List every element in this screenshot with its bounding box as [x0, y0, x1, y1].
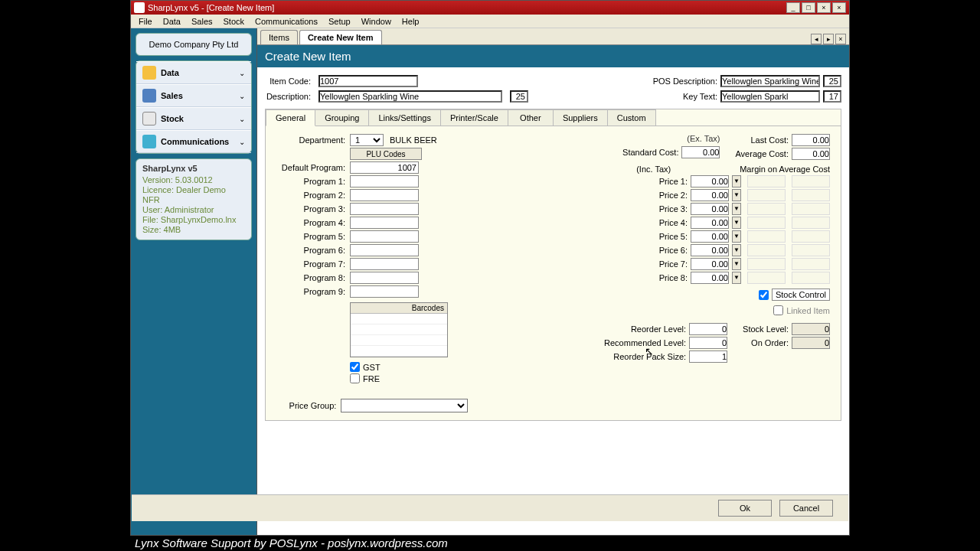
program1-field[interactable]: [350, 175, 419, 187]
document-tabs: Items Create New Item ◂ ▸ ×: [257, 28, 849, 45]
price2-drop-icon[interactable]: ▼: [732, 189, 741, 201]
department-name: BULK BEER: [390, 135, 437, 145]
margin-header: Margin on Average Cost: [740, 165, 830, 174]
sidebar: Demo Company Pty Ltd Data⌄ Sales⌄ Stock⌄: [131, 28, 256, 535]
price8-drop-icon[interactable]: ▼: [732, 272, 741, 284]
fre-checkbox[interactable]: [350, 373, 360, 383]
key-text-count: [823, 90, 841, 103]
sidebar-item-data[interactable]: Data⌄: [136, 61, 251, 84]
chevron-down-icon: ⌄: [239, 138, 245, 146]
on-order-field: [792, 337, 830, 349]
price8-field[interactable]: [691, 272, 729, 284]
info-file: File: SharpLynxDemo.lnx: [142, 215, 245, 225]
tab-suppliers[interactable]: Suppliers: [553, 109, 608, 126]
price4-drop-icon[interactable]: ▼: [732, 217, 741, 229]
menu-window[interactable]: Window: [357, 15, 396, 28]
menu-help[interactable]: Help: [397, 15, 424, 28]
price4-field[interactable]: [691, 217, 729, 229]
tab-close-icon[interactable]: ×: [835, 34, 846, 44]
price3-field[interactable]: [691, 203, 729, 215]
program3-field[interactable]: [350, 203, 419, 215]
info-licence: Licence: Dealer Demo NFR: [142, 185, 245, 205]
program5-field[interactable]: [350, 230, 419, 243]
window-title: SharpLynx v5 - [Create New Item]: [148, 3, 274, 12]
label-description: Description:: [265, 92, 311, 101]
default-program-field[interactable]: [350, 161, 419, 174]
tab-items[interactable]: Items: [260, 30, 298, 44]
sidebar-item-stock[interactable]: Stock⌄: [136, 107, 251, 130]
close-window-button[interactable]: ×: [817, 2, 831, 13]
tab-prev-icon[interactable]: ◂: [811, 34, 822, 44]
description-count: [510, 90, 528, 103]
price5-field[interactable]: [691, 230, 729, 243]
menu-setup[interactable]: Setup: [324, 15, 355, 28]
ok-button[interactable]: Ok: [718, 500, 772, 517]
reorder-pack-field[interactable]: [689, 350, 727, 363]
price-group-select[interactable]: [341, 399, 468, 412]
last-cost-field[interactable]: [792, 134, 830, 146]
price1-field[interactable]: [691, 175, 729, 187]
price1-drop-icon[interactable]: ▼: [732, 175, 741, 187]
program9-field[interactable]: [350, 285, 419, 298]
key-text-field[interactable]: [720, 90, 820, 103]
sidebar-item-communications[interactable]: Communications⌄: [136, 130, 251, 153]
menu-communications[interactable]: Communications: [250, 15, 322, 28]
description-field[interactable]: [318, 90, 502, 103]
close-child-button[interactable]: ×: [832, 2, 846, 13]
label-default-program: Default Program:: [276, 163, 345, 172]
price7-drop-icon[interactable]: ▼: [732, 258, 741, 270]
maximize-button[interactable]: □: [802, 2, 815, 13]
department-select[interactable]: 1: [350, 134, 384, 146]
app-icon: [134, 2, 145, 13]
tab-other[interactable]: Other: [508, 109, 554, 126]
program2-field[interactable]: [350, 189, 419, 201]
price6-field[interactable]: [691, 244, 729, 256]
price6-drop-icon[interactable]: ▼: [732, 244, 741, 256]
recommended-level-field[interactable]: [689, 337, 727, 349]
standard-cost-field[interactable]: [681, 146, 720, 158]
stock-control-label: Stock Control: [772, 289, 830, 301]
program7-field[interactable]: [350, 258, 419, 270]
program6-field[interactable]: [350, 244, 419, 256]
menu-sales[interactable]: Sales: [187, 15, 217, 28]
gst-checkbox[interactable]: [350, 362, 360, 372]
barcodes-list[interactable]: Barcodes: [350, 302, 448, 357]
price5-drop-icon[interactable]: ▼: [732, 230, 741, 243]
info-version: Version: 5.03.0012: [142, 175, 245, 185]
chevron-down-icon: ⌄: [239, 69, 245, 77]
plu-codes-button[interactable]: PLU Codes: [350, 148, 422, 160]
stock-control-checkbox[interactable]: [759, 290, 769, 300]
label-department: Department:: [276, 135, 345, 145]
tab-grouping[interactable]: Grouping: [315, 109, 369, 126]
tab-printer-scale[interactable]: Printer/Scale: [440, 109, 508, 126]
tab-next-icon[interactable]: ▸: [823, 34, 834, 44]
program8-field[interactable]: [350, 272, 419, 284]
info-user: User: Administrator: [142, 205, 245, 215]
price3-drop-icon[interactable]: ▼: [732, 203, 741, 215]
linked-item-checkbox[interactable]: [773, 305, 783, 315]
menu-stock[interactable]: Stock: [219, 15, 250, 28]
tab-custom[interactable]: Custom: [607, 109, 656, 126]
cancel-button[interactable]: Cancel: [779, 500, 833, 517]
ex-tax-header: (Ex. Tax): [687, 134, 720, 143]
average-cost-field[interactable]: [792, 148, 830, 160]
tab-general[interactable]: General: [266, 109, 315, 126]
sidebar-item-sales[interactable]: Sales⌄: [136, 84, 251, 107]
reorder-level-field[interactable]: [689, 323, 727, 335]
price2-field[interactable]: [691, 189, 729, 201]
item-code-field[interactable]: [318, 75, 418, 87]
pos-description-field[interactable]: [720, 75, 820, 87]
program4-field[interactable]: [350, 217, 419, 229]
tab-create-new-item[interactable]: Create New Item: [299, 30, 382, 44]
menu-file[interactable]: File: [134, 15, 157, 28]
pos-desc-count: [823, 75, 841, 87]
menu-data[interactable]: Data: [158, 15, 185, 28]
barcodes-header: Barcodes: [351, 303, 447, 314]
price7-field[interactable]: [691, 258, 729, 270]
box-icon: [142, 112, 156, 126]
minimize-button[interactable]: _: [786, 2, 800, 13]
globe-icon: [142, 135, 156, 148]
stock-level-field: [792, 323, 830, 335]
label-pos-desc: POS Description:: [648, 77, 717, 86]
tab-links-settings[interactable]: Links/Settings: [368, 109, 440, 126]
